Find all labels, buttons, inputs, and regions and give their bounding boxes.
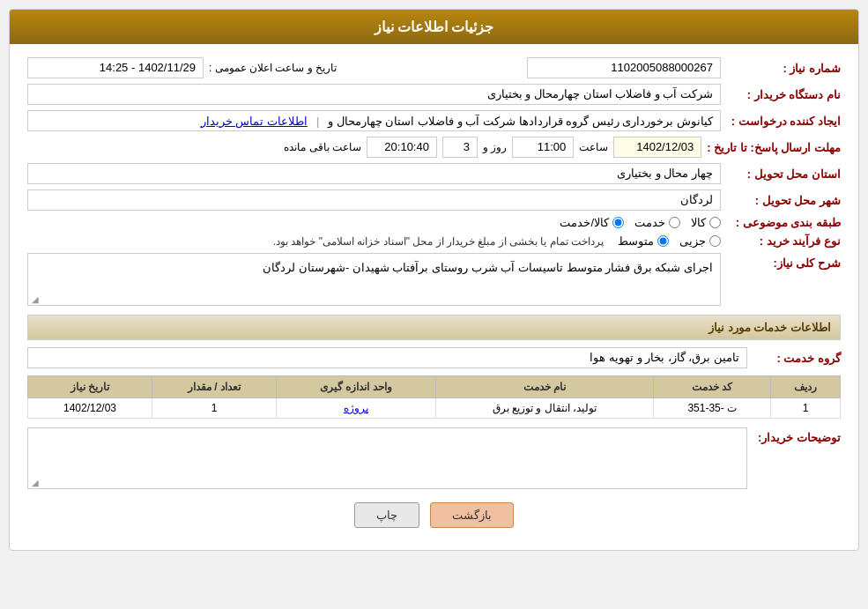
tabaqe-kala-item[interactable]: کالا <box>691 216 721 229</box>
farayand-jozi-radio[interactable] <box>709 235 721 247</box>
mohlat-label: مهلت ارسال پاسخ: تا تاریخ : <box>707 141 841 154</box>
col-kod: کد خدمت <box>654 376 771 398</box>
table-cell-4: 1 <box>152 398 277 419</box>
saat-label: ساعت <box>579 141 608 153</box>
tabaqe-kalakhadamat-radio[interactable] <box>612 217 624 228</box>
tabaqe-khadamat-label: خدمت <box>634 216 665 229</box>
farayand-jozi-item[interactable]: جزیی <box>679 234 721 248</box>
tabaqe-khadamat-radio[interactable] <box>669 217 680 228</box>
shahr-label: شهر محل تحویل : <box>726 194 841 207</box>
tarikh-aalan-value: 1402/11/29 - 14:25 <box>27 57 204 78</box>
col-nam: نام خدمت <box>435 376 654 398</box>
farayand-jozi-label: جزیی <box>679 234 706 248</box>
table-row: 1ت -35-351تولید، انتقال و توزیع برقپروژه… <box>28 398 841 419</box>
services-table: ردیف کد خدمت نام خدمت واحد اندازه گیری ت… <box>27 375 841 419</box>
roz-label: روز و <box>483 141 507 153</box>
table-cell-2: تولید، انتقال و توزیع برق <box>435 398 654 419</box>
button-row: بازگشت چاپ <box>27 502 841 537</box>
table-cell-5: 1402/12/03 <box>28 398 152 419</box>
shomare-niaz-label: شماره نیاز : <box>726 62 841 75</box>
col-vahed: واحد اندازه گیری <box>276 376 435 398</box>
khadamat-info-title: اطلاعات خدمات مورد نیاز <box>27 315 841 340</box>
bazgasht-button[interactable]: بازگشت <box>430 502 514 528</box>
sharh-koli-value: اجرای شبکه برق فشار متوسط تاسیسات آب شرب… <box>263 261 713 274</box>
tarikh-aalan-label: تاریخ و ساعت اعلان عمومی : <box>209 62 337 74</box>
shahr-value: لردگان <box>27 189 721 211</box>
tabaqe-kala-radio[interactable] <box>709 217 721 228</box>
table-cell-1: ت -35-351 <box>654 398 771 419</box>
noe-farayand-radio-group: جزیی متوسط <box>618 234 721 248</box>
ostan-value: چهار محال و بختیاری <box>27 163 721 184</box>
tabaqe-kalakhadamat-label: کالا/خدمت <box>560 216 609 229</box>
gorohe-value: تامین برق، گاز، بخار و تهویه هوا <box>27 347 747 368</box>
ettelaat-tamas-link[interactable]: اطلاعات تماس خریدار <box>201 115 308 128</box>
mohlat-date: 1402/12/03 <box>613 137 701 158</box>
farayand-motevaset-item[interactable]: متوسط <box>618 234 669 248</box>
ijad-konande-text: کیانوش برخورداری رئیس گروه قراردادها شرک… <box>328 115 713 128</box>
tabaqe-khadamat-item[interactable]: خدمت <box>634 216 680 229</box>
tabaqe-kalakhadamat-item[interactable]: کالا/خدمت <box>560 216 624 229</box>
ijad-konande-value: کیانوش برخورداری رئیس گروه قراردادها شرک… <box>27 110 721 131</box>
tabaqe-kala-label: کالا <box>691 216 706 229</box>
farayand-desc: پرداخت تمام یا بخشی از مبلغ خریدار از مح… <box>273 235 604 248</box>
ostan-label: استان محل تحویل : <box>726 167 841 181</box>
tosih-resize-corner: ◢ <box>30 478 39 486</box>
chap-button[interactable]: چاپ <box>354 502 419 528</box>
col-tedad: تعداد / مقدار <box>152 376 277 398</box>
tosih-label: توضیحات خریدار: <box>753 431 841 444</box>
nam-dastgah-value: شرکت آب و فاضلاب استان چهارمحال و بختیار… <box>27 84 721 105</box>
shomare-niaz-value: 1102005088000267 <box>527 57 721 78</box>
ijad-konande-label: ایجاد کننده درخواست : <box>726 115 841 128</box>
remain-label: ساعت باقی مانده <box>284 141 361 153</box>
farayand-motevaset-label: متوسط <box>618 234 654 248</box>
sharh-koli-label: شرح کلی نیاز: <box>726 256 841 270</box>
col-tarikh: تاریخ نیاز <box>28 376 152 398</box>
noe-farayand-label: نوع فرآیند خرید : <box>726 234 841 248</box>
table-cell-3[interactable]: پروژه <box>276 398 435 419</box>
mohlat-roz: 3 <box>442 137 478 158</box>
tabaqe-radio-group: کالا خدمت کالا/خدمت <box>27 216 721 229</box>
mohlat-saat: 11:00 <box>512 137 574 158</box>
farayand-motevaset-radio[interactable] <box>657 235 669 247</box>
nam-dastgah-label: نام دستگاه خریدار : <box>726 88 841 101</box>
table-cell-0: 1 <box>771 398 841 419</box>
page-title: جزئیات اطلاعات نیاز <box>10 10 858 44</box>
tabaqe-label: طبقه بندی موضوعی : <box>726 216 841 229</box>
mohlat-remain: 20:10:40 <box>367 137 437 158</box>
tosih-box: ◢ <box>27 427 747 489</box>
gorohe-label: گروه خدمت : <box>753 352 841 365</box>
resize-corner: ◢ <box>30 294 39 303</box>
col-radif: ردیف <box>771 376 841 398</box>
